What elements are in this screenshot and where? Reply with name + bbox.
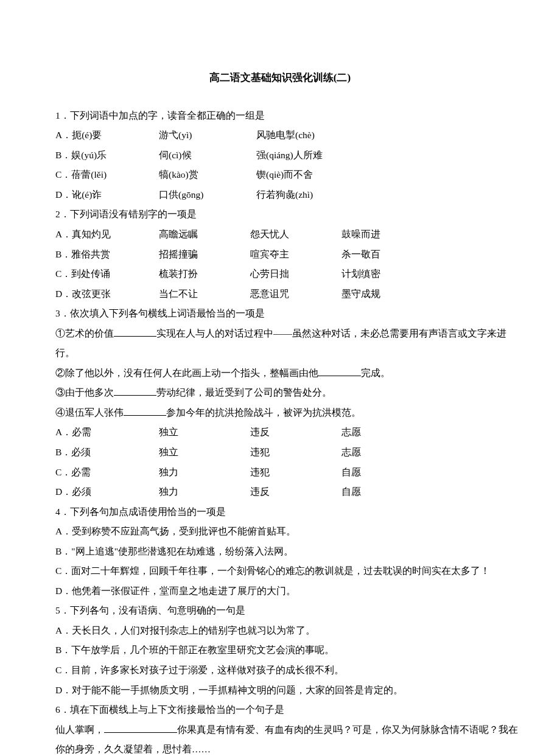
q3-option-c: C．必需 独力 违犯 自愿 <box>37 463 523 483</box>
cell: 喧宾夺主 <box>250 245 341 265</box>
cell: B．娱(yú)乐 <box>55 145 159 166</box>
q3-sentence-1: ①艺术的价值实现在人与人的对话过程中——虽然这种对话，未必总需要用有声语言或文字… <box>37 324 523 363</box>
cell: 风驰电掣(chè) <box>256 125 354 145</box>
cell: 违犯 <box>250 443 341 463</box>
cell: D．讹(é)诈 <box>55 185 159 205</box>
cell: D．改弦更张 <box>55 284 159 304</box>
cell: 口供(gōng) <box>159 185 256 205</box>
q2-option-c: C．到处传诵 梳装打扮 心劳日拙 计划缜密 <box>37 264 523 284</box>
cell: 游弋(yì) <box>159 125 256 145</box>
q3-sentence-3: ③由于他多次劳动纪律，最近受到了公司的警告处分。 <box>37 383 523 403</box>
cell: B．必须 <box>55 443 159 463</box>
question-1: 1．下列词语中加点的字，读音全都正确的一组是 A．扼(é)要 游弋(yì) 风驰… <box>37 106 523 205</box>
q2-option-d: D．改弦更张 当仁不让 恶意诅咒 墨守成规 <box>37 284 523 304</box>
cell: 独立 <box>159 443 250 463</box>
q1-stem: 1．下列词语中加点的字，读音全都正确的一组是 <box>37 106 523 126</box>
q3-sentence-2: ②除了他以外，没有任何人在此画上动一个指头，整幅画由他完成。 <box>37 363 523 383</box>
q3-option-b: B．必须 独立 违犯 志愿 <box>37 443 523 463</box>
q4-stem: 4．下列各句加点成语使用恰当的一项是 <box>37 502 523 522</box>
document-title: 高二语文基础知识强化训练(二) <box>37 67 523 89</box>
cell: 志愿 <box>341 443 433 463</box>
cell: 违犯 <box>250 463 341 483</box>
cell: A．必需 <box>55 422 159 443</box>
q5-option-d: D．对于能不能一手抓物质文明，一手抓精神文明的问题，大家的回答是肯定的。 <box>37 681 523 701</box>
q5-option-a: A．天长日久，人们对报刊杂志上的错别字也就习以为常了。 <box>37 621 523 641</box>
q3-sentence-4: ④退伍军人张伟参加今年的抗洪抢险战斗，被评为抗洪模范。 <box>37 403 523 423</box>
cell: 强(qiáng)人所难 <box>256 145 354 166</box>
cell: A．扼(é)要 <box>55 125 159 145</box>
cell: C．必需 <box>55 463 159 483</box>
question-3: 3．依次填入下列各句横线上词语最恰当的一项是 ①艺术的价值实现在人与人的对话过程… <box>37 304 523 502</box>
blank-input[interactable] <box>104 723 177 733</box>
cell: 独力 <box>159 463 250 483</box>
cell: 志愿 <box>341 422 433 443</box>
q4-option-a: A．受到称赞不应趾高气扬，受到批评也不能俯首贴耳。 <box>37 522 523 542</box>
q5-option-c: C．目前，许多家长对孩子过于溺爱，这样做对孩子的成长很不利。 <box>37 660 523 681</box>
cell: 犒(kào)赏 <box>159 165 256 185</box>
cell: A．真知灼见 <box>55 225 159 245</box>
q6-stem: 6．填在下面横线上与上下文衔接最恰当的一个句子是 <box>37 700 523 720</box>
cell: 计划缜密 <box>341 264 433 284</box>
cell: 鼓噪而进 <box>341 225 433 245</box>
q1-option-d: D．讹(é)诈 口供(gōng) 行若狗彘(zhì) <box>37 185 523 205</box>
cell: 墨守成规 <box>341 284 433 304</box>
q6-context: 仙人掌啊，你果真是有情有爱、有血有肉的生灵吗？可是，你又为何脉脉含情不语呢？我在… <box>37 720 523 756</box>
question-2: 2．下列词语没有错别字的一项是 A．真知灼见 高瞻远瞩 怨天忧人 鼓噪而进 B．… <box>37 205 523 304</box>
question-6: 6．填在下面横线上与上下文衔接最恰当的一个句子是 仙人掌啊，你果真是有情有爱、有… <box>37 700 523 756</box>
q3-option-a: A．必需 独立 违反 志愿 <box>37 422 523 443</box>
cell: 违反 <box>250 482 341 502</box>
cell: 怨天忧人 <box>250 225 341 245</box>
cell: 行若狗彘(zhì) <box>256 185 354 205</box>
question-4: 4．下列各句加点成语使用恰当的一项是 A．受到称赞不应趾高气扬，受到批评也不能俯… <box>37 502 523 601</box>
cell: 高瞻远瞩 <box>159 225 250 245</box>
q3-option-d: D．必须 独力 违反 自愿 <box>37 482 523 502</box>
cell: 锲(qiè)而不舍 <box>256 165 354 185</box>
cell: 违反 <box>250 422 341 443</box>
cell: 恶意诅咒 <box>250 284 341 304</box>
cell: 自愿 <box>341 463 433 483</box>
q4-option-c: C．面对二十年辉煌，回顾千年往事，一个刻骨铭心的难忘的教训就是，过去耽误的时间实… <box>37 561 523 581</box>
cell: 杀一敬百 <box>341 245 433 265</box>
cell: 独力 <box>159 482 250 502</box>
cell: 招摇撞骗 <box>159 245 250 265</box>
cell: C．蓓蕾(lěi) <box>55 165 159 185</box>
blank-input[interactable] <box>318 366 361 376</box>
q2-option-b: B．雅俗共赏 招摇撞骗 喧宾夺主 杀一敬百 <box>37 245 523 265</box>
q1-option-c: C．蓓蕾(lěi) 犒(kào)赏 锲(qiè)而不舍 <box>37 165 523 185</box>
question-5: 5．下列各句，没有语病、句意明确的一句是 A．天长日久，人们对报刊杂志上的错别字… <box>37 601 523 700</box>
blank-input[interactable] <box>114 327 156 337</box>
q4-option-b: B．"网上追逃"使那些潜逃犯在劫难逃，纷纷落入法网。 <box>37 542 523 562</box>
q2-stem: 2．下列词语没有错别字的一项是 <box>37 205 523 225</box>
cell: 梳装打扮 <box>159 264 250 284</box>
q5-stem: 5．下列各句，没有语病、句意明确的一句是 <box>37 601 523 621</box>
cell: 当仁不让 <box>159 284 250 304</box>
blank-input[interactable] <box>114 387 156 396</box>
cell: 伺(cì)候 <box>159 145 256 166</box>
cell: 自愿 <box>341 482 433 502</box>
cell: C．到处传诵 <box>55 264 159 284</box>
q1-option-a: A．扼(é)要 游弋(yì) 风驰电掣(chè) <box>37 125 523 145</box>
cell: B．雅俗共赏 <box>55 245 159 265</box>
blank-input[interactable] <box>124 406 166 416</box>
q5-option-b: B．下午放学后，几个班的干部正在教室里研究文艺会演的事呢。 <box>37 640 523 660</box>
q3-stem: 3．依次填入下列各句横线上词语最恰当的一项是 <box>37 304 523 324</box>
cell: 心劳日拙 <box>250 264 341 284</box>
cell: D．必须 <box>55 482 159 502</box>
q4-option-d: D．他凭着一张假证件，堂而皇之地走进了展厅的大门。 <box>37 581 523 601</box>
cell: 独立 <box>159 422 250 443</box>
q1-option-b: B．娱(yú)乐 伺(cì)候 强(qiáng)人所难 <box>37 145 523 166</box>
q2-option-a: A．真知灼见 高瞻远瞩 怨天忧人 鼓噪而进 <box>37 225 523 245</box>
